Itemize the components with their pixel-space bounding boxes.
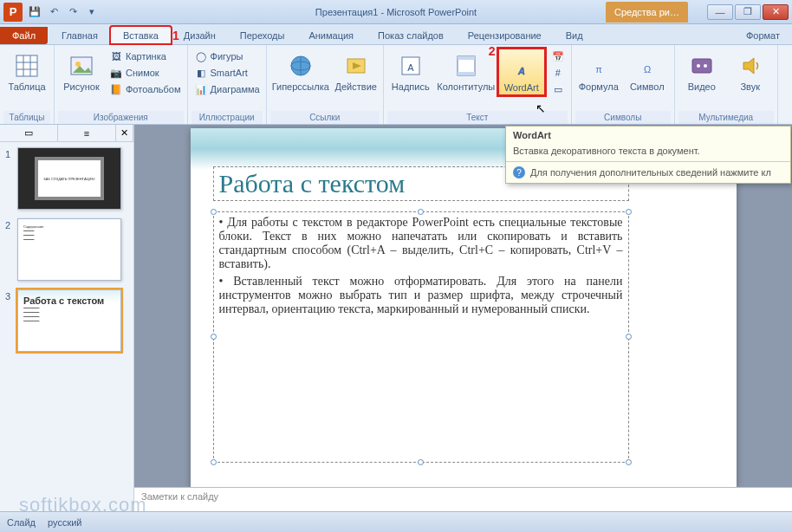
thumb-number: 3 (5, 289, 17, 352)
slide-bullet-2: Вставленный текст можно отформатировать.… (219, 275, 623, 316)
clipart-icon: 🖼 (109, 49, 123, 63)
group-tables: Таблица Таблицы (0, 45, 55, 124)
video-icon (688, 52, 716, 80)
picture-button[interactable]: Рисунок (58, 49, 105, 94)
qat-redo-icon[interactable]: ↷ (64, 3, 81, 21)
status-language[interactable]: русский (48, 517, 81, 528)
slide-number-button[interactable]: # (549, 65, 568, 81)
app-icon[interactable]: P (3, 3, 23, 22)
tab-review[interactable]: Рецензирование (456, 27, 554, 44)
tab-design[interactable]: Дизайн (172, 27, 228, 44)
selection-handle[interactable] (626, 209, 632, 215)
selection-handle[interactable] (211, 459, 217, 465)
thumb-row[interactable]: 1 КАК СОЗДАТЬ ПРЕЗЕНТАЦИЮ (5, 147, 128, 210)
date-time-button[interactable]: 📅 (549, 49, 568, 64)
action-label: Действие (335, 81, 377, 92)
status-slide-info: Слайд (7, 517, 36, 528)
smartart-icon: ◧ (194, 66, 208, 80)
svg-rect-0 (16, 55, 37, 76)
minimize-button[interactable]: — (707, 4, 733, 20)
svg-text:A: A (407, 62, 414, 73)
group-links: Гиперссылка Действие Ссылки (267, 45, 384, 124)
wordart-button[interactable]: 2 A WordArt (498, 49, 545, 95)
wordart-icon: A (508, 53, 536, 81)
contextual-tab-drawing-tools[interactable]: Средства ри… (606, 2, 688, 23)
hyperlink-button[interactable]: Гиперссылка (270, 49, 331, 94)
quick-access-toolbar: 💾 ↶ ↷ ▾ (26, 3, 101, 21)
tab-slideshow[interactable]: Показ слайдов (366, 27, 456, 44)
group-images-label: Изображения (58, 111, 184, 124)
group-media: Видео Звук Мультимедиа (675, 45, 778, 124)
header-footer-label: Колонтитулы (437, 81, 495, 92)
title-bar: P 💾 ↶ ↷ ▾ Презентация1 - Microsoft Power… (0, 0, 792, 24)
selection-handle[interactable] (418, 209, 424, 215)
tab-insert[interactable]: Вставка 1 (110, 26, 172, 44)
screenshot-button[interactable]: 📷Снимок (107, 65, 184, 81)
equation-icon: π (585, 52, 613, 80)
video-button[interactable]: Видео (678, 49, 725, 94)
thumbnails-tabs: ▭ ≡ ✕ (0, 125, 133, 142)
tab-transitions[interactable]: Переходы (228, 27, 297, 44)
selection-handle[interactable] (626, 334, 632, 340)
hyperlink-icon (287, 52, 315, 80)
textbox-button[interactable]: A Надпись (387, 49, 434, 94)
object-button[interactable]: ▭ (549, 81, 568, 97)
textbox-icon: A (397, 52, 425, 80)
chart-button[interactable]: 📊Диаграмма (192, 81, 263, 97)
selection-handle[interactable] (418, 459, 424, 465)
video-label: Видео (688, 81, 716, 92)
maximize-button[interactable]: ❐ (735, 4, 761, 20)
screenshot-label: Снимок (126, 68, 159, 78)
photo-album-button[interactable]: 📙Фотоальбом (107, 81, 184, 97)
window-controls: — ❐ ✕ (705, 4, 789, 20)
thumb-row[interactable]: 2 Содержание━━━━━━━━━━━━━━━━━━ (5, 218, 128, 281)
clipart-label: Картинка (126, 51, 166, 62)
svg-rect-19 (692, 59, 711, 73)
action-button[interactable]: Действие (333, 49, 380, 94)
slide-thumbnail-3[interactable]: Работа с текстом━━━━━━━━━━━━━━━━━━━━━━━━… (17, 289, 121, 352)
audio-button[interactable]: Звук (727, 49, 774, 94)
thumb-row[interactable]: 3 Работа с текстом━━━━━━━━━━━━━━━━━━━━━━… (5, 289, 128, 352)
svg-point-21 (704, 64, 707, 68)
selection-handle[interactable] (626, 459, 632, 465)
smartart-button[interactable]: ◧SmartArt (192, 65, 263, 81)
slide-thumbnail-1[interactable]: КАК СОЗДАТЬ ПРЕЗЕНТАЦИЮ (17, 147, 121, 210)
tab-home[interactable]: Главная (49, 27, 110, 44)
slide-body-placeholder[interactable]: Для работы с текстом в редакторе PowerPo… (213, 211, 629, 463)
slide-bullet-1: Для работы с текстом в редакторе PowerPo… (219, 216, 623, 271)
table-button[interactable]: Таблица (3, 49, 50, 94)
tooltip-footer: ? Для получения дополнительных сведений … (506, 161, 790, 183)
symbol-label: Символ (630, 81, 665, 92)
outline-tab[interactable]: ≡ (58, 125, 116, 141)
close-button[interactable]: ✕ (763, 4, 789, 20)
wordart-label: WordArt (504, 82, 539, 93)
tooltip-body: Вставка декоративного текста в документ. (506, 144, 790, 161)
slide-thumbnail-2[interactable]: Содержание━━━━━━━━━━━━━━━━━━ (17, 218, 121, 281)
tab-view[interactable]: Вид (554, 27, 595, 44)
selection-handle[interactable] (211, 334, 217, 340)
shapes-button[interactable]: ◯Фигуры (192, 49, 263, 64)
tab-animations[interactable]: Анимация (296, 27, 366, 44)
close-panel-button[interactable]: ✕ (116, 125, 133, 141)
notes-pane[interactable]: Заметки к слайду (134, 487, 792, 511)
equation-button[interactable]: π Формула (575, 49, 622, 94)
hyperlink-label: Гиперссылка (272, 81, 329, 92)
picture-label: Рисунок (63, 81, 100, 92)
symbol-button[interactable]: Ω Символ (624, 49, 671, 94)
selection-handle[interactable] (211, 209, 217, 215)
qat-customize-icon[interactable]: ▾ (83, 3, 101, 21)
group-illustrations: ◯Фигуры ◧SmartArt 📊Диаграмма Иллюстрации (188, 45, 267, 124)
equation-label: Формула (579, 81, 619, 92)
qat-save-icon[interactable]: 💾 (26, 3, 43, 21)
header-footer-button[interactable]: Колонтитулы (436, 49, 497, 94)
qat-undo-icon[interactable]: ↶ (45, 3, 62, 21)
tab-format[interactable]: Формат (734, 27, 792, 44)
album-label: Фотоальбом (126, 84, 181, 94)
clipart-button[interactable]: 🖼Картинка (107, 49, 184, 64)
tab-file[interactable]: Файл (0, 27, 48, 44)
tooltip-title: WordArt (506, 127, 790, 144)
watermark: softikbox.com (19, 494, 147, 516)
group-illustrations-label: Иллюстрации (192, 111, 263, 124)
picture-icon (68, 52, 95, 80)
slides-tab[interactable]: ▭ (0, 125, 58, 141)
